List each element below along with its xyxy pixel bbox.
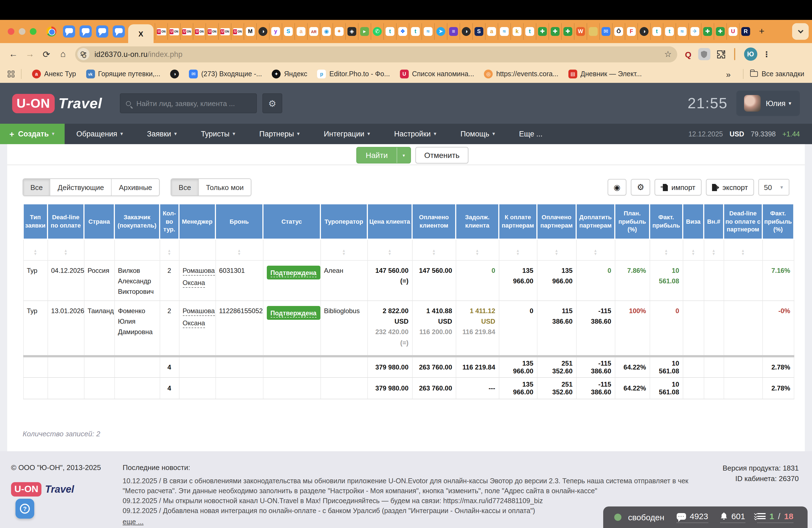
nav-item-помощь[interactable]: Помощь — [449, 124, 507, 144]
column-header[interactable]: К оплате партнерам — [499, 204, 537, 239]
manager-link[interactable]: Оксана — [183, 319, 205, 328]
bookmark-item[interactable]: ✦Яндекс — [267, 67, 312, 81]
filter-cell[interactable]: ▲▼ — [367, 239, 412, 260]
column-header[interactable]: Менеджер — [179, 204, 215, 239]
tab-mail-blue[interactable]: ✉ — [599, 23, 612, 40]
chat-app-tab[interactable] — [63, 25, 75, 38]
home-button[interactable]: ⌂ — [55, 46, 71, 62]
active-tab[interactable]: X — [128, 24, 154, 43]
tab-dropbox[interactable]: ❖ — [396, 23, 409, 40]
filter-cell[interactable]: ▲▼ — [23, 239, 47, 260]
tasks-counter[interactable]: 1 / 18 — [757, 511, 793, 523]
column-header[interactable]: Доплатить партнерам — [576, 204, 615, 239]
tab-w-orange[interactable]: W — [574, 23, 586, 40]
extensions-icon[interactable] — [717, 50, 725, 58]
filter-cell[interactable]: ▲▼ — [160, 239, 179, 260]
nav-item-интеграции[interactable]: Интеграции — [312, 124, 382, 144]
tab-plane[interactable]: ✈ — [688, 23, 701, 40]
tab-whatsapp[interactable]: ✆ — [371, 23, 383, 40]
search-input[interactable] — [135, 99, 251, 108]
filter-cell[interactable]: ▲▼ — [650, 239, 683, 260]
tab-palm-travel[interactable]: ✦ — [333, 23, 345, 40]
tab-tourvisor-t[interactable]: t — [523, 23, 536, 40]
manager-link[interactable]: Ромашова — [183, 307, 215, 316]
filter-option[interactable]: Архивные — [111, 179, 159, 195]
tab-tourvisor-t[interactable]: t — [409, 23, 421, 40]
q-extension-icon[interactable]: Q — [685, 49, 691, 59]
sort-icon[interactable]: ▲▼ — [475, 249, 479, 255]
address-bar[interactable]: id26370.u-on.ru/index.php — [75, 46, 677, 62]
tab-globe-dark[interactable]: ◑ — [460, 23, 472, 40]
pinned-uon-tab[interactable]: UON — [180, 23, 193, 40]
tab-wave-blue[interactable]: ≈ — [421, 23, 434, 40]
sort-icon[interactable]: ▲▼ — [691, 249, 695, 255]
user-menu[interactable]: Юлия — [737, 91, 800, 116]
column-header[interactable]: Оплачено партнерам — [537, 204, 576, 239]
apps-grid-icon[interactable] — [8, 71, 14, 77]
sort-icon[interactable]: ▲▼ — [168, 249, 171, 255]
pinned-uon-tab[interactable]: UON — [218, 23, 231, 40]
filter-cell[interactable]: ▲▼ — [724, 239, 762, 260]
tab-green-cross[interactable]: ✚ — [714, 23, 726, 40]
help-button[interactable]: ? — [15, 499, 34, 518]
nav-item-туристы[interactable]: Туристы — [189, 124, 247, 144]
shield-extension-icon[interactable] — [698, 48, 710, 60]
tab-green-cross[interactable]: ✚ — [701, 23, 714, 40]
table-row[interactable]: Тур04.12.2025РоссияВилковАлександрВиктор… — [23, 260, 794, 301]
filter-option[interactable]: Все — [172, 179, 198, 195]
pinned-uon-tab[interactable]: UON — [205, 23, 218, 40]
column-header[interactable]: Заказчик (покупатель) — [114, 204, 160, 239]
filter-cell[interactable]: ▲▼ — [499, 239, 537, 260]
filter-cell[interactable]: ▲▼ — [320, 239, 367, 260]
column-header[interactable]: Бронь — [215, 204, 263, 239]
column-header[interactable]: Dead-line по оплате с партнером — [724, 204, 762, 239]
all-bookmarks-button[interactable]: Все закладки — [750, 70, 804, 78]
notifications-counter[interactable]: 601 — [720, 511, 745, 523]
tab-gmail[interactable]: M — [244, 23, 256, 40]
filter-cell[interactable]: ▲▼ — [412, 239, 456, 260]
filter-cell[interactable]: ▲▼ — [215, 239, 263, 260]
sort-icon[interactable]: ▲▼ — [555, 249, 559, 255]
sort-icon[interactable]: ▲▼ — [741, 249, 745, 255]
sort-icon[interactable]: ▲▼ — [237, 249, 241, 255]
tab-ozon-o[interactable]: Ō — [612, 23, 625, 40]
tab-ar-site[interactable]: AR — [307, 23, 320, 40]
find-button-label[interactable]: Найти — [357, 147, 396, 163]
bookmark-item[interactable]: UСписок напомина... — [395, 67, 479, 81]
import-button[interactable]: импорт — [655, 179, 701, 195]
filter-cell[interactable]: ▲▼ — [576, 239, 615, 260]
filter-option[interactable]: Все — [23, 179, 50, 195]
status-badge[interactable]: Подтверждена — [266, 265, 320, 279]
tab-tourvisor-t[interactable]: t — [650, 23, 663, 40]
bookmark-item[interactable]: ◎https://events.cora... — [479, 67, 563, 81]
sort-icon[interactable]: ▲▼ — [664, 249, 668, 255]
column-header[interactable]: Dead-line по оплате — [47, 204, 84, 239]
tab-a-orange[interactable]: a — [485, 23, 498, 40]
new-tab-button[interactable] — [755, 25, 768, 38]
sort-icon[interactable]: ▲▼ — [712, 249, 715, 255]
find-dropdown-toggle[interactable] — [396, 147, 410, 163]
pinned-uon-tab[interactable]: UON — [168, 23, 180, 40]
news-more-link[interactable]: еще ... — [122, 518, 144, 526]
chat-app-tab[interactable] — [96, 25, 108, 38]
bookmark-star-icon[interactable] — [664, 49, 672, 59]
manager-link[interactable]: Ромашова — [183, 266, 215, 275]
sort-icon[interactable]: ▲▼ — [64, 249, 68, 255]
page-size-select[interactable]: 50 — [758, 179, 789, 195]
tab-uon-mini[interactable]: U — [726, 23, 739, 40]
tab-key-gold[interactable]: k — [510, 23, 523, 40]
pinned-uon-tab[interactable]: UON — [193, 23, 205, 40]
tab-yellow-site[interactable] — [586, 23, 599, 40]
tab-green-cross[interactable]: ✚ — [561, 23, 574, 40]
bookmark-item[interactable]: ✉(273) Входящие -... — [184, 67, 267, 81]
bookmark-item[interactable]: ▤Дневник — Элект... — [563, 67, 647, 81]
manager-link[interactable]: Оксана — [183, 279, 205, 288]
filter-cell[interactable]: ▲▼ — [704, 239, 724, 260]
find-button[interactable]: Найти — [356, 147, 411, 163]
sort-icon[interactable]: ▲▼ — [594, 249, 597, 255]
footer-logo[interactable]: U-ON Travel — [11, 482, 74, 497]
tab-purple-list[interactable]: ≡ — [447, 23, 460, 40]
view-columns-button[interactable] — [608, 179, 626, 195]
nav-item-заявки[interactable]: Заявки — [135, 124, 189, 144]
filter-cell[interactable]: ▲▼ — [683, 239, 704, 260]
